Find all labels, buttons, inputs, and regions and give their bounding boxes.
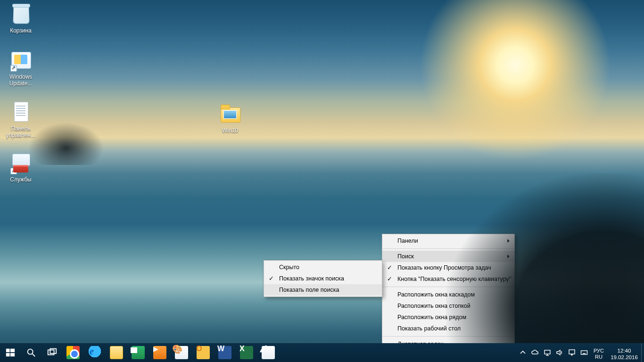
media-player-icon xyxy=(153,346,166,359)
paintnet-icon xyxy=(262,346,275,359)
taskbar: РУС RU 12:40 19.02.2016 xyxy=(0,343,644,362)
menu-item-show-desktop[interactable]: Показать рабочий стол xyxy=(382,323,514,334)
chrome-icon xyxy=(66,346,80,359)
language-indicator[interactable]: РУС RU xyxy=(590,345,607,360)
cloud-icon xyxy=(531,349,539,356)
taskbar-app-excel[interactable] xyxy=(236,343,257,362)
menu-item-stack[interactable]: Расположить окна стопкой xyxy=(382,300,514,312)
tray-onedrive[interactable] xyxy=(529,343,541,362)
menu-item-label: Поиск xyxy=(397,253,414,260)
taskbar-app-paint[interactable] xyxy=(171,343,192,362)
taskview-icon xyxy=(47,347,57,358)
taskbar-app-chrome[interactable] xyxy=(62,343,84,362)
submenu-item-show-box[interactable]: Показать поле поиска xyxy=(264,284,382,296)
desktop-icon-label: Панель управлен... xyxy=(3,125,39,139)
menu-item-label: Панели xyxy=(397,238,418,244)
menu-item-label: Расположить окна рядом xyxy=(397,314,466,321)
menu-item-label: Показать значок поиска xyxy=(279,275,344,282)
menu-item-cascade[interactable]: Расположить окна каскадом xyxy=(382,289,514,300)
svg-rect-1 xyxy=(10,349,15,352)
excel-icon xyxy=(240,346,253,359)
menu-item-label: Расположить окна стопкой xyxy=(397,303,471,309)
windows-store-icon xyxy=(132,346,145,359)
network-icon xyxy=(544,349,551,356)
taskbar-app-wmp[interactable] xyxy=(149,343,171,362)
desktop-icon-win10-folder[interactable]: Win10 xyxy=(212,103,248,134)
search-submenu: Скрыто Показать значок поиска Показать п… xyxy=(264,260,382,297)
outlook-icon xyxy=(197,346,210,359)
search-button[interactable] xyxy=(21,343,41,362)
clock[interactable]: 12:40 19.02.2016 xyxy=(607,345,641,361)
menu-item-touch-keyboard[interactable]: Кнопка "Показать сенсорную клавиатуру" xyxy=(382,273,514,285)
svg-rect-2 xyxy=(6,353,10,356)
menu-item-label: Показать поле поиска xyxy=(279,287,339,293)
start-button[interactable] xyxy=(0,343,21,362)
svg-rect-3 xyxy=(10,353,15,356)
menu-item-label: Показать кнопку Просмотра задач xyxy=(397,264,491,271)
tray-network[interactable] xyxy=(541,343,553,362)
recycle-bin-icon xyxy=(9,3,32,25)
desktop-icon-label: Win10 xyxy=(212,127,248,134)
svg-rect-11 xyxy=(569,350,575,354)
taskbar-app-ie[interactable] xyxy=(84,343,106,362)
submenu-item-hidden[interactable]: Скрыто xyxy=(264,262,382,273)
svg-rect-7 xyxy=(50,349,56,354)
text-file-icon xyxy=(9,101,32,123)
svg-rect-6 xyxy=(48,350,54,355)
services-icon xyxy=(9,152,32,174)
paint-icon xyxy=(175,346,188,359)
clock-time: 12:40 xyxy=(607,347,641,354)
shortcut-overlay-icon xyxy=(10,65,17,72)
desktop-icon-label: Службы xyxy=(3,176,39,183)
menu-item-label: Показать рабочий стол xyxy=(397,325,461,332)
tray-touch-keyboard[interactable] xyxy=(578,343,590,362)
desktop-icon-recycle-bin[interactable]: Корзина xyxy=(3,3,39,34)
menu-separator xyxy=(383,287,514,287)
desktop-icon-services[interactable]: Службы xyxy=(3,152,39,183)
shortcut-overlay-icon xyxy=(10,168,17,174)
taskview-button[interactable] xyxy=(41,343,62,362)
menu-separator xyxy=(383,336,514,337)
internet-explorer-icon xyxy=(88,346,101,359)
chevron-up-icon xyxy=(519,349,527,356)
taskbar-app-paintnet[interactable] xyxy=(257,343,279,362)
submenu-item-show-icon[interactable]: Показать значок поиска xyxy=(264,273,382,284)
clock-date: 19.02.2016 xyxy=(607,354,641,361)
system-tray: РУС RU 12:40 19.02.2016 xyxy=(517,343,644,362)
taskbar-left xyxy=(0,343,279,362)
taskbar-app-store[interactable] xyxy=(127,343,149,362)
svg-line-5 xyxy=(33,354,35,357)
menu-separator xyxy=(383,248,514,249)
menu-item-taskview[interactable]: Показать кнопку Просмотра задач xyxy=(382,262,514,273)
lang-line2: RU xyxy=(590,354,607,360)
keyboard-icon xyxy=(580,349,588,356)
desktop-icon-control-panel[interactable]: Панель управлен... xyxy=(3,101,39,139)
menu-item-panels[interactable]: Панели xyxy=(382,235,514,247)
svg-rect-8 xyxy=(545,350,550,354)
menu-item-search[interactable]: Поиск xyxy=(382,251,514,262)
svg-point-4 xyxy=(28,349,33,354)
tray-volume[interactable] xyxy=(553,343,566,362)
file-explorer-icon xyxy=(110,346,123,359)
menu-item-label: Скрыто xyxy=(279,264,299,271)
desktop-wallpaper[interactable]: Корзина Windows Update... Панель управле… xyxy=(0,0,644,362)
folder-icon xyxy=(219,103,241,125)
lang-line1: РУС xyxy=(590,348,607,354)
taskbar-app-outlook[interactable] xyxy=(192,343,214,362)
notification-icon xyxy=(568,349,576,356)
desktop-icon-windows-update[interactable]: Windows Update... xyxy=(3,49,39,87)
windows-logo-icon xyxy=(5,347,16,358)
menu-item-sidebyside[interactable]: Расположить окна рядом xyxy=(382,312,514,323)
desktop-icon-label: Корзина xyxy=(3,27,39,34)
tray-overflow-button[interactable] xyxy=(517,343,529,362)
folder-thumb-icon xyxy=(223,110,237,119)
menu-item-label: Расположить окна каскадом xyxy=(397,291,475,298)
show-desktop-button[interactable] xyxy=(641,343,644,362)
menu-item-label: Кнопка "Показать сенсорную клавиатуру" xyxy=(397,276,511,282)
taskbar-app-word[interactable] xyxy=(214,343,236,362)
desktop-icon-label: Windows Update... xyxy=(3,74,39,87)
taskbar-app-explorer[interactable] xyxy=(106,343,127,362)
search-icon xyxy=(26,347,36,358)
tray-action-center[interactable] xyxy=(566,343,578,362)
svg-rect-0 xyxy=(6,349,10,352)
